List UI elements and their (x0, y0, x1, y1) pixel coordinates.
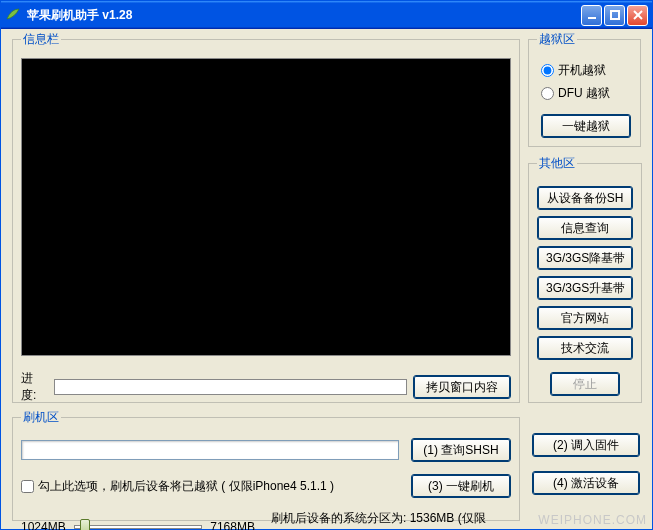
window-title: 苹果刷机助手 v1.28 (27, 7, 581, 24)
titlebar: 苹果刷机助手 v1.28 (1, 1, 652, 29)
tech-support-button[interactable]: 技术交流 (537, 336, 633, 360)
flash-panel: 刷机区 (1) 查询SHSH 勾上此选项，刷机后设备将已越狱 ( 仅限iPhon… (12, 409, 520, 521)
jb-radio-dfu[interactable] (541, 87, 554, 100)
jb-radio-boot-label: 开机越狱 (558, 62, 606, 79)
jb-option-boot[interactable]: 开机越狱 (541, 62, 632, 79)
other-panel: 其他区 从设备备份SH 信息查询 3G/3GS降基带 3G/3GS升基带 官方网… (528, 155, 642, 403)
jailbreak-panel: 越狱区 开机越狱 DFU 越狱 一键越狱 (528, 31, 641, 147)
svg-rect-1 (611, 11, 619, 19)
slider-max-label: 7168MB (210, 520, 255, 530)
downgrade-baseband-button[interactable]: 3G/3GS降基带 (537, 246, 633, 270)
app-icon (5, 7, 21, 23)
one-click-flash-button[interactable]: (3) 一键刷机 (411, 474, 511, 498)
jb-radio-boot[interactable] (541, 64, 554, 77)
watermark: WEIPHONE.COM (538, 513, 647, 527)
backup-shsh-button[interactable]: 从设备备份SH (537, 186, 633, 210)
flash-panel-legend: 刷机区 (21, 409, 61, 426)
partition-size-slider[interactable] (74, 517, 203, 530)
progress-label: 进度: (21, 370, 48, 404)
slider-track (74, 525, 203, 529)
other-panel-legend: 其他区 (537, 155, 577, 172)
info-panel-legend: 信息栏 (21, 31, 61, 48)
jailbreak-after-flash-checkbox[interactable] (21, 480, 34, 493)
stop-button[interactable]: 停止 (550, 372, 620, 396)
jb-radio-dfu-label: DFU 越狱 (558, 85, 610, 102)
firmware-path-input[interactable] (21, 440, 399, 460)
partition-info: 刷机后设备的系统分区为: 1536MB (仅限iPhone3GS、iPhone4… (271, 510, 511, 530)
jailbreak-after-flash-label: 勾上此选项，刷机后设备将已越狱 ( 仅限iPhone4 5.1.1 ) (38, 478, 334, 495)
official-site-button[interactable]: 官方网站 (537, 306, 633, 330)
info-display (21, 58, 511, 356)
copy-window-button[interactable]: 拷贝窗口内容 (413, 375, 511, 399)
info-query-button[interactable]: 信息查询 (537, 216, 633, 240)
close-button[interactable] (627, 5, 648, 26)
jailbreak-panel-legend: 越狱区 (537, 31, 577, 48)
progress-bar (54, 379, 407, 395)
upgrade-baseband-button[interactable]: 3G/3GS升基带 (537, 276, 633, 300)
minimize-button[interactable] (581, 5, 602, 26)
slider-thumb[interactable] (80, 519, 90, 530)
slider-min-label: 1024MB (21, 520, 66, 530)
query-shsh-button[interactable]: (1) 查询SHSH (411, 438, 511, 462)
maximize-button[interactable] (604, 5, 625, 26)
load-firmware-button[interactable]: (2) 调入固件 (532, 433, 640, 457)
jb-option-dfu[interactable]: DFU 越狱 (541, 85, 632, 102)
info-panel: 信息栏 进度: 拷贝窗口内容 (12, 31, 520, 403)
one-click-jailbreak-button[interactable]: 一键越狱 (541, 114, 631, 138)
activate-device-button[interactable]: (4) 激活设备 (532, 471, 640, 495)
